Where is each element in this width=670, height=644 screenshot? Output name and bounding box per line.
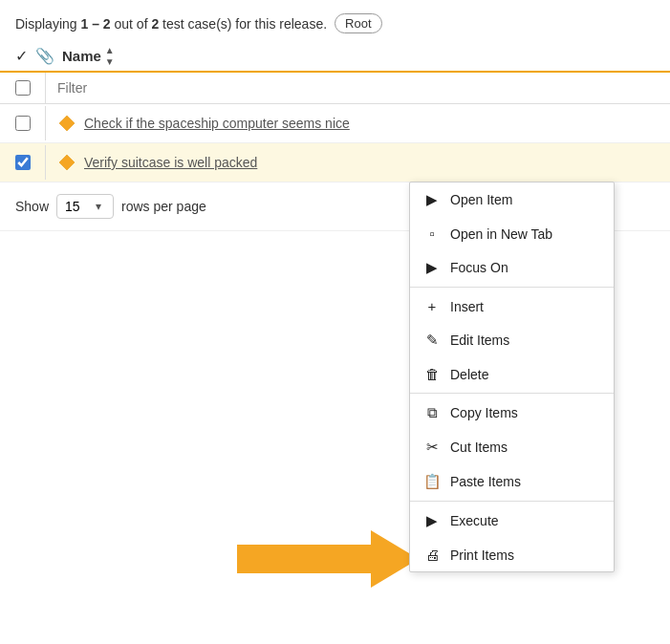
menu-item-cut-items[interactable]: ✂ Cut Items (410, 430, 614, 464)
menu-item-open-new-tab[interactable]: ▫ Open in New Tab (410, 217, 614, 250)
menu-item-open-item[interactable]: ▶ Open Item (410, 182, 614, 217)
top-bar: Displaying 1 – 2 out of 2 test case(s) f… (0, 0, 670, 41)
svg-marker-0 (59, 116, 75, 131)
chevron-down-icon: ▾ (96, 200, 101, 213)
print-icon: 🖨 (423, 547, 441, 563)
menu-delete-label: Delete (450, 367, 488, 382)
cursor-icon: ▶ (423, 191, 441, 208)
new-tab-icon: ▫ (423, 225, 441, 242)
arrow-indicator (237, 530, 419, 588)
row-2-content: Verify suitcase is well packed (46, 143, 670, 182)
display-text: Displaying 1 – 2 out of 2 test case(s) f… (15, 16, 327, 32)
check-icon: ✓ (15, 47, 28, 65)
row-1-content: Check if the spaceship computer seems ni… (46, 104, 670, 142)
menu-open-new-tab-label: Open in New Tab (450, 226, 552, 242)
cut-icon: ✂ (423, 439, 441, 456)
menu-divider-2 (410, 393, 614, 394)
edit-icon: ✎ (423, 332, 441, 349)
menu-edit-items-label: Edit Items (450, 333, 509, 348)
table-row: Check if the spaceship computer seems ni… (0, 104, 670, 143)
menu-copy-items-label: Copy Items (450, 405, 518, 420)
row-2-link[interactable]: Verify suitcase is well packed (84, 155, 257, 170)
menu-execute-label: Execute (450, 513, 499, 528)
table-row: Verify suitcase is well packed (0, 143, 670, 182)
menu-paste-items-label: Paste Items (450, 474, 521, 489)
context-menu: ▶ Open Item ▫ Open in New Tab ▶ Focus On… (409, 182, 615, 572)
menu-item-insert[interactable]: + Insert (410, 290, 614, 323)
svg-marker-1 (59, 155, 75, 170)
menu-item-delete[interactable]: 🗑 Delete (410, 357, 614, 391)
menu-divider-1 (410, 287, 614, 288)
root-badge: Root (335, 13, 381, 33)
diamond-icon (57, 153, 76, 172)
delete-icon: 🗑 (423, 366, 441, 382)
menu-insert-label: Insert (450, 299, 484, 314)
focus-icon: ▶ (423, 259, 441, 276)
sort-asc-icon: ▲ (105, 45, 115, 55)
row-2-checkbox[interactable] (15, 155, 31, 170)
table-header: ✓ 📎 Name ▲ ▼ (0, 41, 670, 73)
page-size-dropdown[interactable]: 15 25 50 100 (61, 199, 92, 214)
page-size-select[interactable]: 15 25 50 100 ▾ (56, 194, 114, 219)
row-1-checkbox[interactable] (15, 116, 31, 131)
filter-checkbox-cell (0, 73, 46, 103)
diamond-icon (57, 114, 76, 133)
name-label: Name (62, 48, 101, 64)
row-2-checkbox-cell (0, 145, 46, 180)
row-1-link[interactable]: Check if the spaceship computer seems ni… (84, 116, 350, 131)
copy-icon: ⧉ (423, 404, 441, 421)
menu-item-focus-on[interactable]: ▶ Focus On (410, 250, 614, 285)
filter-input[interactable] (46, 73, 670, 103)
paste-icon: 📋 (423, 473, 441, 490)
name-column-header[interactable]: Name ▲ ▼ (62, 45, 115, 67)
rows-per-page-label: rows per page (121, 199, 206, 214)
svg-marker-2 (237, 530, 419, 588)
menu-item-edit-items[interactable]: ✎ Edit Items (410, 323, 614, 357)
show-label: Show (15, 199, 49, 214)
menu-cut-items-label: Cut Items (450, 440, 508, 455)
sort-desc-icon: ▼ (105, 56, 115, 67)
select-all-checkbox[interactable] (15, 80, 31, 96)
menu-item-print-items[interactable]: 🖨 Print Items (410, 538, 614, 571)
menu-divider-3 (410, 501, 614, 502)
menu-print-items-label: Print Items (450, 547, 514, 563)
menu-item-execute[interactable]: ▶ Execute (410, 504, 614, 538)
menu-open-item-label: Open Item (450, 192, 512, 207)
menu-item-copy-items[interactable]: ⧉ Copy Items (410, 396, 614, 430)
row-1-checkbox-cell (0, 106, 46, 140)
execute-icon: ▶ (423, 512, 441, 529)
filter-row (0, 73, 670, 104)
menu-item-paste-items[interactable]: 📋 Paste Items (410, 464, 614, 499)
sort-arrows: ▲ ▼ (105, 45, 115, 67)
insert-icon: + (423, 298, 441, 314)
paperclip-icon: 📎 (35, 47, 54, 65)
menu-focus-on-label: Focus On (450, 260, 508, 275)
